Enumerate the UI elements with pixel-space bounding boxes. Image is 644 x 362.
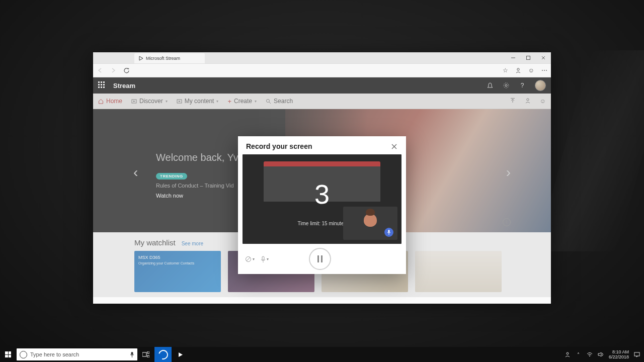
svg-marker-5 (128, 68, 129, 69)
svg-marker-0 (139, 56, 143, 60)
svg-rect-23 (262, 256, 264, 260)
svg-rect-27 (142, 352, 146, 356)
window-controls (506, 52, 551, 63)
task-view-button[interactable] (137, 347, 154, 362)
maximize-button[interactable] (521, 52, 536, 63)
wifi-icon[interactable] (587, 351, 593, 357)
record-screen-dialog: Record your screen 3 Time limit: 15 minu… (238, 136, 406, 274)
edge-app-button[interactable] (154, 347, 172, 362)
url-input[interactable] (135, 66, 497, 75)
dialog-footer: ▾ ▾ (238, 244, 406, 274)
taskbar: Type here to search ˄ 8:10 AM 6/22/2018 (0, 347, 644, 362)
people-icon[interactable] (565, 351, 571, 357)
chevron-down-icon: ▾ (253, 257, 255, 261)
svg-rect-19 (388, 230, 390, 233)
dialog-close-button[interactable] (390, 142, 398, 150)
mic-indicator-icon (384, 228, 393, 237)
camera-toggle[interactable]: ▾ (245, 256, 255, 262)
svg-line-22 (247, 257, 250, 261)
tab-title: Microsoft Stream (146, 56, 180, 61)
svg-rect-25 (131, 352, 133, 355)
tray-chevron-icon[interactable]: ˄ (576, 351, 582, 357)
svg-marker-33 (598, 352, 601, 356)
svg-rect-34 (634, 352, 639, 356)
mic-toggle[interactable]: ▾ (261, 256, 269, 262)
recording-preview: 3 Time limit: 15 minutes (243, 154, 401, 244)
browser-window: Microsoft Stream ☆ ☺ ⋯ (93, 52, 551, 296)
tab-strip: Microsoft Stream (93, 52, 551, 63)
forward-button[interactable] (109, 66, 117, 74)
page-content: Stream ? Home Discover▾ (93, 77, 551, 297)
windows-icon (5, 351, 11, 357)
close-icon (391, 144, 397, 149)
favorite-icon[interactable]: ☆ (502, 67, 509, 74)
svg-rect-28 (147, 351, 149, 353)
address-bar: ☆ ☺ ⋯ (93, 63, 551, 77)
search-placeholder: Type here to search (30, 351, 79, 357)
taskbar-search[interactable]: Type here to search (17, 348, 137, 360)
svg-marker-30 (179, 352, 183, 357)
svg-point-31 (567, 352, 569, 354)
start-button[interactable] (0, 347, 16, 362)
minimize-button[interactable] (506, 52, 521, 63)
volume-icon[interactable] (598, 351, 604, 357)
microphone-icon[interactable] (130, 351, 134, 357)
edge-icon (156, 348, 170, 361)
more-icon[interactable]: ⋯ (541, 67, 548, 74)
svg-rect-29 (147, 355, 149, 357)
clock-date: 6/22/2018 (609, 354, 629, 359)
refresh-button[interactable] (122, 66, 130, 74)
pause-record-button[interactable] (309, 248, 331, 270)
action-center-icon[interactable] (634, 351, 640, 357)
avatar-illustration (364, 214, 377, 227)
microphone-icon (261, 256, 266, 262)
pause-icon (317, 255, 323, 262)
svg-rect-2 (527, 56, 530, 60)
svg-point-32 (589, 355, 590, 356)
stream-app-button[interactable] (172, 347, 189, 362)
webcam-preview (343, 207, 397, 240)
clock-time: 8:10 AM (609, 349, 629, 354)
countdown-number: 3 (243, 178, 401, 210)
browser-tab[interactable]: Microsoft Stream (134, 53, 205, 63)
dialog-title: Record your screen (246, 142, 312, 150)
back-button[interactable] (96, 66, 104, 74)
profile-icon[interactable] (515, 67, 522, 74)
stream-icon (138, 56, 143, 61)
light-ray (536, 50, 644, 251)
cortana-icon (20, 351, 27, 358)
feedback-icon[interactable]: ☺ (528, 67, 535, 74)
chevron-down-icon: ▾ (267, 257, 269, 261)
svg-point-6 (517, 68, 519, 70)
desktop: Microsoft Stream ☆ ☺ ⋯ (0, 0, 644, 362)
close-button[interactable] (536, 52, 551, 63)
camera-off-icon (245, 256, 252, 262)
system-tray: ˄ 8:10 AM 6/22/2018 (565, 349, 644, 360)
taskbar-clock[interactable]: 8:10 AM 6/22/2018 (609, 349, 629, 360)
